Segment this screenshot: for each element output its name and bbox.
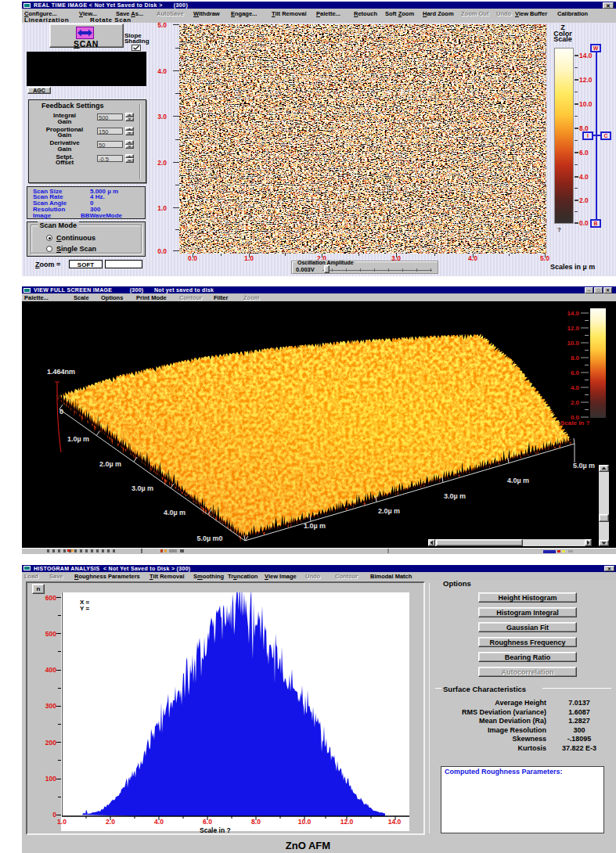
svg-text:5.0µ m: 5.0µ m <box>573 462 595 470</box>
svg-text:1.0µ m: 1.0µ m <box>67 435 89 443</box>
svg-text:6.0: 6.0 <box>571 369 580 376</box>
svg-text:1.464nm: 1.464nm <box>47 368 75 376</box>
svg-text:Scale in ?: Scale in ? <box>560 419 589 426</box>
svg-text:12.0: 12.0 <box>567 325 579 332</box>
svg-text:8.0: 8.0 <box>571 355 580 362</box>
svg-text:10.0: 10.0 <box>567 340 579 347</box>
svg-text:4.0µ m: 4.0µ m <box>507 477 529 484</box>
svg-text:5.0µ m0: 5.0µ m0 <box>196 534 222 542</box>
svg-text:4.0µ m: 4.0µ m <box>164 509 186 516</box>
svg-text:1.0µ m: 1.0µ m <box>304 522 326 530</box>
svg-text:4.0: 4.0 <box>571 384 580 391</box>
svg-text:14.0: 14.0 <box>567 310 579 317</box>
svg-text:2.0µ m: 2.0µ m <box>378 507 400 515</box>
svg-text:2.0: 2.0 <box>571 399 580 406</box>
svg-text:3.0µ m: 3.0µ m <box>444 492 466 500</box>
svg-text:2.0µ m: 2.0µ m <box>99 460 121 468</box>
svg-text:3.0µ m: 3.0µ m <box>131 484 153 492</box>
svg-text:0: 0 <box>59 408 63 416</box>
